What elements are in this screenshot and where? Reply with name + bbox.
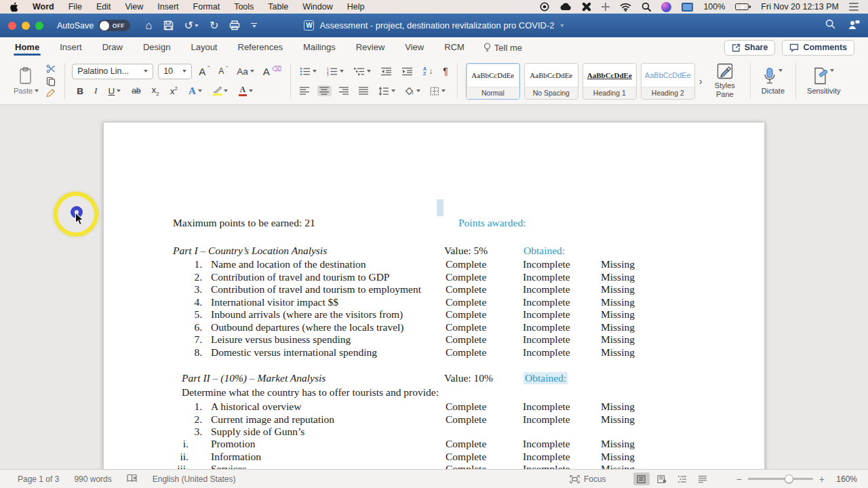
- change-case-button[interactable]: Aa: [235, 65, 256, 78]
- shrink-font-button[interactable]: Aˇ: [216, 65, 230, 77]
- sort-button[interactable]: AZ ↓: [421, 65, 435, 78]
- tab-rcm[interactable]: RCM: [443, 38, 466, 58]
- print-icon[interactable]: [229, 20, 240, 30]
- tab-layout[interactable]: Layout: [189, 38, 218, 58]
- shading-button[interactable]: [403, 85, 422, 97]
- search-icon[interactable]: [825, 19, 835, 32]
- tab-insert[interactable]: Insert: [58, 38, 83, 58]
- numbering-button[interactable]: 123: [325, 66, 346, 77]
- battery-charging-icon[interactable]: [735, 3, 751, 10]
- font-name-select[interactable]: Palatino Lin...: [72, 64, 153, 79]
- line-spacing-button[interactable]: [376, 85, 397, 97]
- dictate-button[interactable]: Dictate: [756, 60, 790, 102]
- bold-button[interactable]: B: [75, 85, 85, 98]
- draft-view-button[interactable]: [694, 472, 711, 485]
- italic-button[interactable]: I: [92, 84, 100, 98]
- apple-menu-icon[interactable]: [9, 2, 18, 12]
- move-tool-icon[interactable]: [601, 3, 610, 11]
- superscript-button[interactable]: x2: [168, 84, 180, 98]
- justify-button[interactable]: [357, 85, 371, 96]
- language-indicator[interactable]: English (United States): [153, 474, 236, 484]
- tab-mailings[interactable]: Mailings: [302, 38, 337, 58]
- print-layout-view-button[interactable]: [633, 472, 650, 485]
- style-no-spacing[interactable]: AaBbCcDdEe No Spacing: [524, 63, 578, 100]
- close-window-button[interactable]: [8, 22, 16, 30]
- save-icon[interactable]: [163, 20, 174, 30]
- cut-button[interactable]: [44, 63, 58, 75]
- menu-tools[interactable]: Tools: [234, 2, 254, 12]
- format-painter-button[interactable]: [44, 87, 58, 99]
- grow-font-button[interactable]: Aˆ: [197, 64, 212, 79]
- zoom-slider[interactable]: [748, 478, 813, 480]
- menu-word[interactable]: Word: [33, 2, 54, 12]
- sensitivity-button[interactable]: Sensitivity: [802, 60, 846, 102]
- menu-format[interactable]: Format: [193, 2, 220, 12]
- document-canvas[interactable]: Maximum points to be earned: 21 Points a…: [0, 105, 868, 469]
- word-count[interactable]: 990 words: [74, 474, 111, 484]
- decrease-indent-button[interactable]: [379, 66, 394, 77]
- align-left-button[interactable]: [298, 85, 312, 96]
- text-effects-button[interactable]: A: [186, 84, 204, 98]
- menu-bar-clock[interactable]: Fri Nov 20 12:13 PM: [761, 2, 839, 12]
- subscript-button[interactable]: x2: [150, 83, 161, 98]
- undo-chevron-icon[interactable]: [195, 24, 199, 27]
- font-size-select[interactable]: 10: [158, 64, 192, 79]
- zoom-level[interactable]: 160%: [833, 474, 857, 484]
- cloud-sync-icon[interactable]: [559, 3, 572, 11]
- focus-mode-button[interactable]: Focus: [570, 474, 606, 484]
- minimize-window-button[interactable]: [22, 22, 30, 30]
- share-button[interactable]: Share: [724, 40, 776, 56]
- show-paragraph-marks-button[interactable]: ¶: [441, 64, 450, 78]
- align-center-button[interactable]: [317, 85, 332, 96]
- styles-gallery-more-icon[interactable]: ›: [699, 75, 703, 87]
- siri-icon[interactable]: [661, 2, 671, 12]
- menu-help[interactable]: Help: [347, 2, 365, 12]
- comments-button[interactable]: Comments: [782, 40, 854, 56]
- borders-button[interactable]: [428, 85, 448, 97]
- tell-me-button[interactable]: Tell me: [484, 43, 522, 53]
- underline-button[interactable]: U: [106, 85, 123, 98]
- document-page[interactable]: Maximum points to be earned: 21 Points a…: [103, 122, 765, 469]
- page-indicator[interactable]: Page 1 of 3: [18, 474, 59, 484]
- copy-button[interactable]: [44, 75, 58, 87]
- zoom-out-button[interactable]: −: [736, 474, 742, 485]
- increase-indent-button[interactable]: [400, 66, 415, 77]
- menu-view[interactable]: View: [125, 2, 143, 12]
- tab-home[interactable]: Home: [14, 38, 41, 58]
- web-layout-view-button[interactable]: [654, 472, 670, 485]
- menu-table[interactable]: Table: [268, 2, 288, 12]
- customize-toolbar-icon[interactable]: [251, 23, 257, 28]
- display-prefs-icon[interactable]: [682, 3, 693, 12]
- undo-button[interactable]: ↺: [184, 19, 199, 32]
- spotlight-search-icon[interactable]: [642, 2, 651, 12]
- zoom-window-button[interactable]: [35, 22, 43, 30]
- menu-window[interactable]: Window: [302, 2, 332, 12]
- tab-draw[interactable]: Draw: [101, 38, 124, 58]
- styles-pane-button[interactable]: Styles Pane: [705, 60, 745, 102]
- multilevel-list-button[interactable]: [352, 66, 373, 77]
- screen-record-icon[interactable]: [540, 2, 549, 12]
- zoom-in-button[interactable]: +: [819, 474, 825, 485]
- style-heading-1[interactable]: AaBbCcDdEe Heading 1: [583, 63, 637, 100]
- menu-file[interactable]: File: [68, 2, 82, 12]
- redo-button[interactable]: ↻: [210, 19, 218, 32]
- highlight-color-button[interactable]: [211, 85, 230, 98]
- notification-center-icon[interactable]: [849, 3, 859, 11]
- home-icon[interactable]: ⌂: [145, 19, 152, 33]
- contact-presence-icon[interactable]: [848, 19, 860, 33]
- outline-view-button[interactable]: [674, 472, 690, 485]
- title-chevron-icon[interactable]: [560, 24, 564, 27]
- clear-formatting-button[interactable]: A⌫: [261, 64, 283, 79]
- spelling-check-icon[interactable]: [127, 474, 138, 485]
- paste-button[interactable]: Paste: [9, 60, 43, 102]
- wifi-icon[interactable]: [620, 3, 631, 12]
- tab-references[interactable]: References: [237, 38, 284, 58]
- style-normal[interactable]: AaBbCcDdEe Normal: [466, 63, 520, 100]
- strikethrough-button[interactable]: ab: [130, 85, 142, 97]
- font-color-button[interactable]: A: [237, 84, 255, 98]
- bullets-button[interactable]: [298, 66, 319, 77]
- align-right-button[interactable]: [337, 85, 351, 96]
- zoom-slider-knob[interactable]: [785, 474, 793, 483]
- menu-insert[interactable]: Insert: [157, 2, 178, 12]
- tab-design[interactable]: Design: [142, 38, 172, 58]
